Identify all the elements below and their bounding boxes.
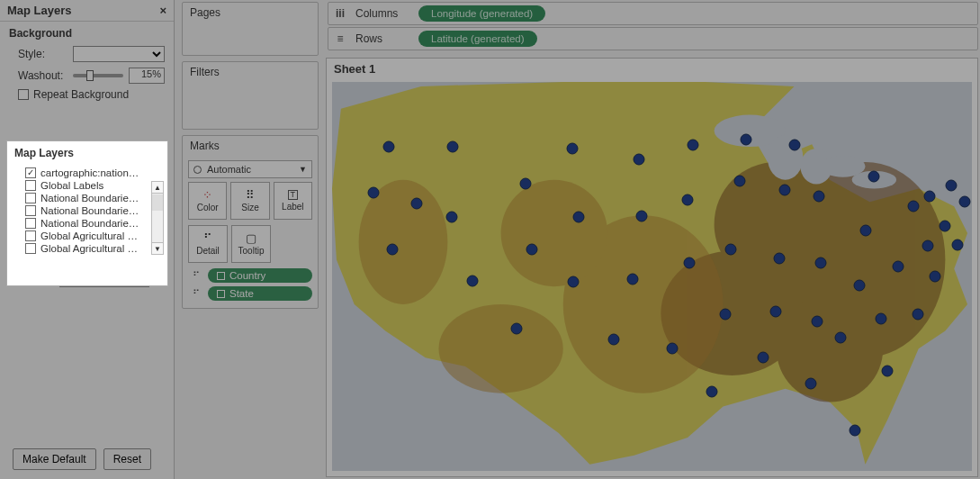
map-mark[interactable] [812,316,823,328]
filters-card[interactable]: Filters [182,61,319,130]
map-mark[interactable] [682,194,694,205]
map-mark[interactable] [946,179,958,191]
map-mark[interactable] [853,279,865,291]
detail-button[interactable]: ⠋Detail [188,225,228,263]
rows-pill[interactable]: Latitude (generated) [418,31,537,47]
expand-icon [217,290,225,298]
layer-checkbox[interactable] [25,243,36,254]
layer-item[interactable]: Global Agricultural … [25,230,149,242]
map-mark[interactable] [876,313,887,325]
map-mark[interactable] [923,190,935,202]
map-mark[interactable] [773,253,785,265]
map-mark[interactable] [929,271,940,283]
map-mark[interactable] [410,197,422,209]
scroll-up-icon[interactable]: ▲ [152,182,163,194]
layers-scrollbar[interactable]: ▲ ▼ [151,181,164,255]
reset-button[interactable]: Reset [103,448,151,470]
layer-checkbox[interactable] [25,180,36,191]
make-default-button[interactable]: Make Default [13,448,96,470]
layer-label: cartographic:nation… [40,167,147,178]
washout-value[interactable]: 15% [129,68,165,84]
color-button[interactable]: ⁘Color [188,182,227,220]
layer-item[interactable]: National Boundarie… [25,192,149,204]
layer-item[interactable]: National Boundarie… [25,204,149,217]
map-mark[interactable] [633,154,644,166]
map-mark[interactable] [725,243,737,255]
map-mark[interactable] [720,309,732,321]
map-mark[interactable] [849,424,860,436]
map-mark[interactable] [446,212,458,223]
label-button[interactable]: TLabel [274,182,312,220]
map-mark[interactable] [368,186,380,198]
map-mark[interactable] [683,258,695,269]
map-mark[interactable] [805,377,817,389]
map-mark[interactable] [834,331,846,343]
map-mark[interactable] [467,275,479,286]
pill-state[interactable]: State [208,286,312,301]
map-mark[interactable] [940,221,951,232]
layer-label: National Boundarie… [40,193,147,203]
map-mark[interactable] [447,140,459,152]
map-mark[interactable] [778,184,790,195]
repeat-background-checkbox[interactable] [18,89,29,100]
map-mark[interactable] [741,133,752,145]
map-mark[interactable] [868,171,880,183]
filters-title: Filters [183,62,318,83]
map-mark[interactable] [814,190,825,202]
layer-checkbox[interactable] [25,230,36,241]
map-mark[interactable] [952,239,964,250]
map-mark[interactable] [383,140,395,152]
layer-checkbox[interactable] [25,205,36,216]
map-mark[interactable] [626,273,638,285]
marks-type-dropdown[interactable]: Automatic ▼ [188,160,312,178]
layer-item[interactable]: Global Agricultural … [25,242,149,255]
map-mark[interactable] [789,139,801,150]
map-mark[interactable] [520,177,532,189]
map-mark[interactable] [882,366,894,377]
size-icon: ⠿ [246,189,255,201]
close-icon[interactable]: × [159,4,166,17]
map-mark[interactable] [769,306,781,318]
layer-checkbox[interactable] [25,167,36,178]
style-dropdown[interactable] [73,46,165,62]
tooltip-button[interactable]: ▢Tooltip [231,225,271,263]
size-button[interactable]: ⠿Size [230,182,269,220]
map-mark[interactable] [566,142,578,154]
layer-checkbox[interactable] [25,218,36,229]
map-mark[interactable] [912,309,923,321]
washout-slider[interactable] [73,74,123,77]
layer-item[interactable]: Global Labels [25,179,149,192]
map-layers-header: Map Layers [7,141,167,163]
map-mark[interactable] [893,261,904,273]
map-mark[interactable] [526,243,538,255]
map-mark[interactable] [922,240,933,251]
map-mark[interactable] [608,333,620,345]
map-mark[interactable] [907,201,919,212]
map-view[interactable] [332,82,972,471]
layer-item[interactable]: cartographic:nation… [25,167,149,179]
layer-label: National Boundarie… [40,205,147,216]
map-mark[interactable] [959,195,971,207]
rows-shelf[interactable]: ≡ Rows Latitude (generated) [328,27,978,50]
scroll-thumb[interactable] [152,194,163,211]
pill-country[interactable]: Country [208,268,312,283]
map-mark[interactable] [734,175,746,186]
map-mark[interactable] [567,276,579,287]
map-mark[interactable] [706,385,717,397]
map-mark[interactable] [667,342,679,354]
columns-pill[interactable]: Longitude (generated) [418,5,545,22]
layer-checkbox[interactable] [25,193,36,203]
scroll-down-icon[interactable]: ▼ [152,242,163,254]
map-mark[interactable] [757,352,769,364]
pages-card[interactable]: Pages [182,2,319,56]
map-mark[interactable] [815,258,827,269]
map-mark[interactable] [511,322,523,334]
map-mark[interactable] [687,139,698,150]
layer-item[interactable]: National Boundarie… [25,217,149,230]
map-mark[interactable] [572,212,584,223]
columns-shelf[interactable]: iii Columns Longitude (generated) [328,2,978,25]
cards-column: Pages Filters Marks Automatic ▼ ⁘Color ⠿… [180,0,320,479]
map-mark[interactable] [860,224,872,236]
map-mark[interactable] [635,211,647,222]
map-mark[interactable] [387,243,399,255]
